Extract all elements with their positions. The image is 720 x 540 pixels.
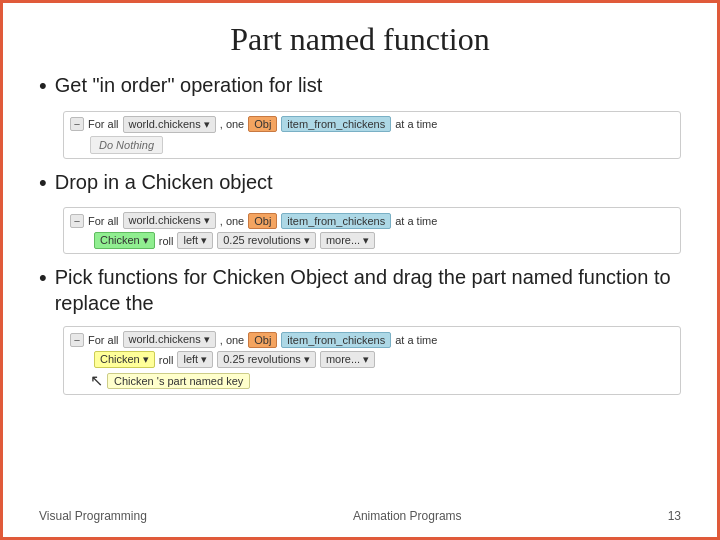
footer-left: Visual Programming (39, 509, 147, 523)
for-all-label-1: For all (88, 118, 119, 130)
bullet-2: • Drop in a Chicken object (39, 169, 681, 198)
bullet-dot-1: • (39, 72, 47, 101)
obj-tag-2: Obj (248, 213, 277, 229)
item-from-chickens-2[interactable]: item_from_chickens (281, 213, 391, 229)
code-row-2-2: Chicken ▾ roll left ▾ 0.25 revolutions ▾… (70, 232, 674, 249)
code-row-3-2: Chicken ▾ roll left ▾ 0.25 revolutions ▾… (70, 351, 674, 368)
code-row-2-1: − For all world.chickens ▾ , one Obj ite… (70, 212, 674, 229)
code-row-1-2: Do Nothing (70, 136, 674, 154)
minus-icon-2[interactable]: − (70, 214, 84, 228)
bullet-dot-2: • (39, 169, 47, 198)
minus-icon-3[interactable]: − (70, 333, 84, 347)
bullet-1: • Get "in order" operation for list (39, 72, 681, 101)
code-row-3-1: − For all world.chickens ▾ , one Obj ite… (70, 331, 674, 348)
footer: Visual Programming Animation Programs 13 (39, 503, 681, 523)
for-all-label-2: For all (88, 215, 119, 227)
roll-label-2: roll (159, 235, 174, 247)
code-row-3-tooltip: ↖ Chicken 's part named key (90, 371, 674, 390)
world-chickens-tag-1[interactable]: world.chickens ▾ (123, 116, 216, 133)
cursor-icon: ↖ (90, 371, 103, 390)
bullet-text-1: Get "in order" operation for list (55, 72, 323, 98)
obj-tag-3: Obj (248, 332, 277, 348)
minus-icon-1[interactable]: − (70, 117, 84, 131)
world-chickens-tag-3[interactable]: world.chickens ▾ (123, 331, 216, 348)
tooltip-box: Chicken 's part named key (107, 373, 250, 389)
code-block-1: − For all world.chickens ▾ , one Obj ite… (63, 111, 681, 159)
bullet-3: • Pick functions for Chicken Object and … (39, 264, 681, 316)
more-tag-3[interactable]: more... ▾ (320, 351, 375, 368)
revolutions-tag-2[interactable]: 0.25 revolutions ▾ (217, 232, 316, 249)
obj-tag-1: Obj (248, 116, 277, 132)
left-tag-3[interactable]: left ▾ (177, 351, 213, 368)
left-tag-2[interactable]: left ▾ (177, 232, 213, 249)
world-chickens-tag-2[interactable]: world.chickens ▾ (123, 212, 216, 229)
bullet-text-2: Drop in a Chicken object (55, 169, 273, 195)
item-from-chickens-3[interactable]: item_from_chickens (281, 332, 391, 348)
code-block-3: − For all world.chickens ▾ , one Obj ite… (63, 326, 681, 395)
comma-one-3: , one (220, 334, 244, 346)
slide-title: Part named function (39, 21, 681, 58)
chicken-highlight-tag-3[interactable]: Chicken ▾ (94, 351, 155, 368)
for-all-label-3: For all (88, 334, 119, 346)
do-nothing-label: Do Nothing (90, 136, 163, 154)
roll-label-3: roll (159, 354, 174, 366)
at-a-time-1: at a time (395, 118, 437, 130)
at-a-time-3: at a time (395, 334, 437, 346)
slide: Part named function • Get "in order" ope… (3, 3, 717, 537)
code-row-1-1: − For all world.chickens ▾ , one Obj ite… (70, 116, 674, 133)
bullet-dot-3: • (39, 264, 47, 293)
code-block-2: − For all world.chickens ▾ , one Obj ite… (63, 207, 681, 254)
bullet-text-3: Pick functions for Chicken Object and dr… (55, 264, 681, 316)
footer-right: 13 (668, 509, 681, 523)
at-a-time-2: at a time (395, 215, 437, 227)
comma-one-1: , one (220, 118, 244, 130)
more-tag-2[interactable]: more... ▾ (320, 232, 375, 249)
revolutions-tag-3[interactable]: 0.25 revolutions ▾ (217, 351, 316, 368)
chicken-tag-2[interactable]: Chicken ▾ (94, 232, 155, 249)
comma-one-2: , one (220, 215, 244, 227)
footer-center: Animation Programs (353, 509, 462, 523)
item-from-chickens-1[interactable]: item_from_chickens (281, 116, 391, 132)
